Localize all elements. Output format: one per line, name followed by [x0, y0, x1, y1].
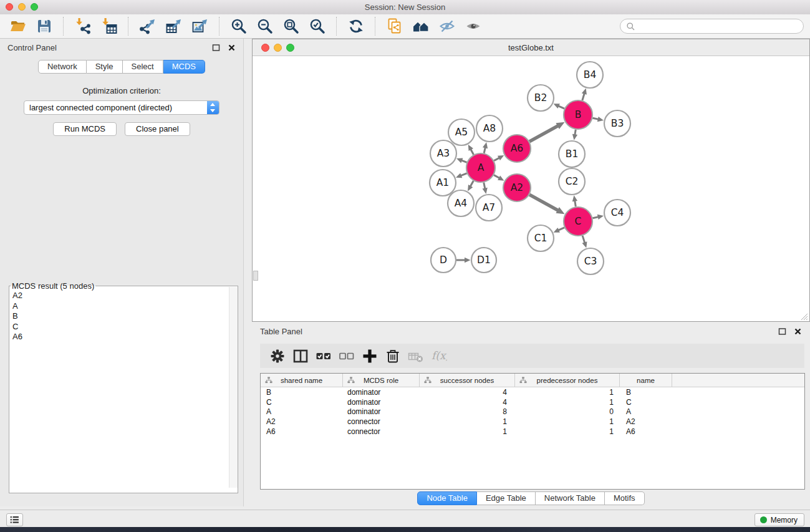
table-row[interactable]: A6connector11A6 — [261, 427, 804, 437]
table-cell[interactable]: 4 — [420, 388, 515, 397]
add-column-button[interactable] — [362, 348, 378, 364]
search-input[interactable] — [639, 21, 798, 32]
graph-edge-A-A6[interactable] — [494, 158, 499, 161]
tab-style[interactable]: Style — [87, 60, 123, 74]
mcds-result-item[interactable]: A6 — [9, 332, 229, 342]
table-cell[interactable]: 1 — [515, 417, 620, 426]
graph-edge-C-C3[interactable] — [582, 236, 585, 243]
tab-mcds[interactable]: MCDS — [163, 60, 205, 74]
table-cell[interactable]: 4 — [420, 398, 515, 407]
table-row[interactable]: A2connector11A2 — [261, 417, 804, 427]
delete-column-button[interactable] — [385, 348, 401, 364]
export-network-button[interactable] — [140, 18, 156, 34]
import-network-button[interactable] — [75, 18, 91, 34]
table-cell[interactable]: B — [261, 388, 343, 397]
table-cell[interactable]: dominator — [343, 388, 420, 397]
table-cell[interactable]: C — [620, 398, 672, 407]
close-table-panel-button[interactable] — [793, 327, 802, 336]
table-row[interactable]: Adominator80A — [261, 407, 804, 417]
graph-edge-A-A8[interactable] — [484, 147, 485, 153]
graph-edge-A-A4[interactable] — [470, 181, 473, 186]
table-cell[interactable]: A6 — [261, 427, 343, 436]
optimization-criterion-select[interactable]: largest connected component (directed) — [24, 100, 219, 115]
open-session-button[interactable] — [10, 18, 26, 34]
first-neighbors-button[interactable] — [413, 18, 429, 34]
graph-edge-A6-B[interactable] — [529, 125, 558, 142]
table-cell[interactable]: A2 — [620, 417, 672, 426]
table-cell[interactable]: 1 — [420, 427, 515, 436]
table-cell[interactable]: 1 — [420, 417, 515, 426]
graph-edge-A-A1[interactable] — [460, 173, 466, 176]
network-graph-canvas[interactable]: B4B2BB3A5A8A6B1A3AA1C2A2A4A7C4CC1C3DD1 — [253, 56, 809, 321]
close-panel-button[interactable] — [227, 43, 236, 52]
export-image-button[interactable] — [192, 18, 208, 34]
table-settings-button[interactable] — [269, 348, 286, 364]
column-header-MCDS-role[interactable]: MCDS role — [343, 374, 420, 387]
column-header-successor-nodes[interactable]: successor nodes — [420, 374, 515, 387]
tab-node-table[interactable]: Node Table — [417, 491, 477, 505]
table-cell[interactable]: B — [620, 388, 672, 397]
table-cell[interactable]: 0 — [515, 407, 620, 416]
tab-network-table[interactable]: Network Table — [536, 491, 605, 505]
zoom-selected-button[interactable] — [309, 18, 325, 34]
column-header-predecessor-nodes[interactable]: predecessor nodes — [515, 374, 620, 387]
zoom-in-button[interactable] — [231, 18, 247, 34]
save-session-button[interactable] — [36, 18, 52, 34]
table-row[interactable]: Cdominator41C — [261, 397, 804, 407]
graph-edge-C-C2[interactable] — [575, 200, 576, 206]
float-panel-button[interactable] — [211, 43, 220, 52]
mcds-result-item[interactable]: A — [9, 301, 229, 312]
close-panel-action-button[interactable]: Close panel — [125, 122, 190, 136]
tab-edge-table[interactable]: Edge Table — [477, 491, 536, 505]
mcds-list-scrollbar[interactable] — [229, 287, 238, 488]
splitter-grip[interactable] — [253, 271, 258, 281]
refresh-button[interactable] — [348, 18, 364, 34]
table-cell[interactable]: connector — [343, 427, 420, 436]
select-all-columns-button[interactable] — [316, 348, 332, 364]
mcds-result-item[interactable]: C — [9, 322, 229, 332]
table-cell[interactable]: A — [620, 407, 672, 416]
graph-edge-B-B3[interactable] — [592, 118, 599, 119]
zoom-out-button[interactable] — [257, 18, 273, 34]
new-network-from-selection-button[interactable] — [387, 18, 403, 34]
mcds-result-item[interactable]: A2 — [9, 291, 229, 301]
run-mcds-button[interactable]: Run MCDS — [53, 122, 117, 136]
export-table-button[interactable] — [166, 18, 182, 34]
table-cell[interactable]: 1 — [515, 398, 620, 407]
column-header-shared-name[interactable]: shared name — [261, 374, 343, 387]
table-cell[interactable]: A — [261, 407, 343, 416]
search-box[interactable] — [620, 19, 804, 34]
tab-network[interactable]: Network — [38, 60, 87, 74]
table-cell[interactable]: 8 — [420, 407, 515, 416]
toggle-panel-columns-button[interactable] — [292, 348, 309, 364]
graph-edge-A-A2[interactable] — [494, 175, 499, 178]
table-cell[interactable]: dominator — [343, 398, 420, 407]
table-cell[interactable]: dominator — [343, 407, 420, 416]
table-cell[interactable]: A2 — [261, 417, 343, 426]
tab-motifs[interactable]: Motifs — [605, 491, 645, 505]
float-table-panel-button[interactable] — [778, 327, 786, 336]
table-row[interactable]: Bdominator41B — [261, 387, 804, 397]
table-cell[interactable]: 1 — [515, 388, 620, 397]
deselect-all-columns-button[interactable] — [339, 348, 355, 364]
graph-edge-B-B4[interactable] — [582, 93, 584, 100]
graph-edge-A-A7[interactable] — [484, 183, 485, 190]
tab-select[interactable]: Select — [123, 60, 163, 74]
table-cell[interactable]: C — [261, 398, 343, 407]
column-header-name[interactable]: name — [620, 374, 672, 387]
show-all-button[interactable] — [465, 18, 481, 34]
table-cell[interactable]: 1 — [515, 427, 620, 436]
mcds-result-item[interactable]: B — [9, 311, 229, 322]
task-history-button[interactable] — [6, 513, 23, 526]
graph-edge-B-B2[interactable] — [558, 106, 564, 109]
table-cell[interactable]: connector — [343, 417, 420, 426]
table-cell[interactable]: A6 — [620, 427, 672, 436]
graph-edge-A-A5[interactable] — [471, 149, 474, 155]
hide-selected-button[interactable] — [439, 18, 455, 34]
graph-edge-C-C1[interactable] — [558, 228, 564, 231]
graph-edge-C-C4[interactable] — [592, 217, 599, 218]
memory-button[interactable]: Memory — [755, 513, 804, 526]
window-resize-grip[interactable] — [801, 314, 808, 320]
import-table-button[interactable] — [101, 18, 117, 34]
zoom-fit-button[interactable] — [283, 18, 299, 34]
